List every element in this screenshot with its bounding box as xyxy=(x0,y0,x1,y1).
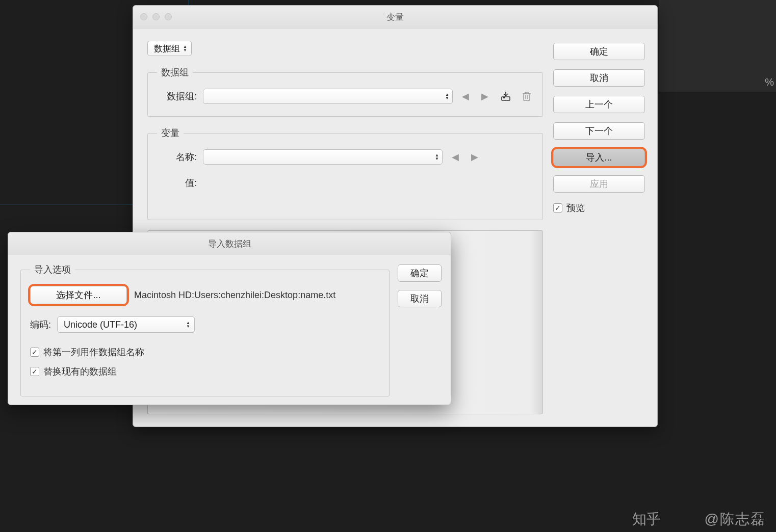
variable-legend: 变量 xyxy=(157,127,184,139)
variable-group: 变量 名称: ▲▼ ◀ ▶ 值: xyxy=(147,127,543,220)
preview-checkbox[interactable]: ✓ 预览 xyxy=(553,202,645,214)
prev-button[interactable]: 上一个 xyxy=(553,96,645,113)
dataset-combo[interactable]: ▲▼ xyxy=(203,89,453,104)
stepper-icon: ▲▼ xyxy=(183,45,187,52)
watermark-logo: 知乎 xyxy=(632,510,661,529)
select-file-button[interactable]: 选择文件... xyxy=(30,286,127,304)
dataset-legend: 数据组 xyxy=(157,66,193,78)
delete-icon[interactable] xyxy=(520,91,533,101)
dataset-field-label: 数据组: xyxy=(157,90,197,102)
svg-rect-1 xyxy=(503,97,505,98)
import-button[interactable]: 导入... xyxy=(553,149,645,166)
import-ok-button[interactable]: 确定 xyxy=(398,264,442,282)
minimize-icon[interactable] xyxy=(152,13,160,20)
titlebar[interactable]: 变量 xyxy=(133,6,657,29)
variable-name-combo[interactable]: ▲▼ xyxy=(203,149,443,165)
checkbox-icon: ✓ xyxy=(30,348,39,357)
cancel-button[interactable]: 取消 xyxy=(553,69,645,87)
import-options-group: 导入选项 选择文件... Macintosh HD:Users:chenzhil… xyxy=(20,263,390,396)
variable-value-label: 值: xyxy=(157,177,197,189)
dataset-prev-arrow-icon[interactable]: ◀ xyxy=(459,91,472,102)
ok-button[interactable]: 确定 xyxy=(553,43,645,60)
apply-button[interactable]: 应用 xyxy=(553,175,645,193)
first-column-label: 将第一列用作数据组名称 xyxy=(43,346,144,358)
replace-checkbox[interactable]: ✓ 替换现有的数据组 xyxy=(30,365,380,378)
file-path-text: Macintosh HD:Users:chenzhilei:Desktop:na… xyxy=(134,290,335,301)
select-file-highlight: 选择文件... xyxy=(30,286,127,304)
import-options-legend: 导入选项 xyxy=(30,263,75,276)
dataset-next-arrow-icon[interactable]: ▶ xyxy=(478,91,492,102)
import-button-highlight: 导入... xyxy=(553,149,645,166)
window-controls xyxy=(133,13,172,20)
svg-rect-2 xyxy=(524,94,530,100)
sub-dialog-title: 导入数据组 xyxy=(8,238,451,250)
zoom-icon[interactable] xyxy=(165,13,172,20)
replace-label: 替换现有的数据组 xyxy=(43,365,117,378)
variable-prev-arrow-icon[interactable]: ◀ xyxy=(449,151,462,163)
view-dropdown-label: 数据组 xyxy=(154,43,180,55)
encoding-select[interactable]: Unicode (UTF-16) ▲▼ xyxy=(57,316,195,333)
next-button[interactable]: 下一个 xyxy=(553,122,645,140)
checkbox-icon: ✓ xyxy=(30,367,39,376)
stepper-icon: ▲▼ xyxy=(445,93,449,100)
import-dataset-dialog: 导入数据组 导入选项 选择文件... Macintosh HD:Users:ch… xyxy=(8,232,451,405)
variable-next-arrow-icon[interactable]: ▶ xyxy=(468,151,481,163)
dataset-group: 数据组 数据组: ▲▼ ◀ ▶ xyxy=(147,66,543,117)
preview-label: 预览 xyxy=(566,202,585,214)
close-icon[interactable] xyxy=(140,13,147,20)
save-dataset-icon[interactable] xyxy=(498,91,514,102)
encoding-label: 编码: xyxy=(30,318,51,331)
variable-name-label: 名称: xyxy=(157,151,197,163)
import-cancel-button[interactable]: 取消 xyxy=(398,290,442,307)
dialog-title: 变量 xyxy=(133,11,657,23)
checkbox-icon: ✓ xyxy=(553,203,562,212)
sub-titlebar[interactable]: 导入数据组 xyxy=(8,232,451,255)
bg-percent-glyph: % xyxy=(765,76,774,88)
svg-rect-0 xyxy=(502,97,510,100)
stepper-icon: ▲▼ xyxy=(435,153,439,161)
encoding-value: Unicode (UTF-16) xyxy=(64,320,137,330)
bg-guide-horizontal xyxy=(0,204,133,204)
watermark-author: @陈志磊 xyxy=(705,510,766,529)
stepper-icon: ▲▼ xyxy=(186,321,190,328)
bg-dark-panel xyxy=(659,0,776,92)
view-dropdown[interactable]: 数据组 ▲▼ xyxy=(147,41,192,56)
first-column-checkbox[interactable]: ✓ 将第一列用作数据组名称 xyxy=(30,346,380,358)
